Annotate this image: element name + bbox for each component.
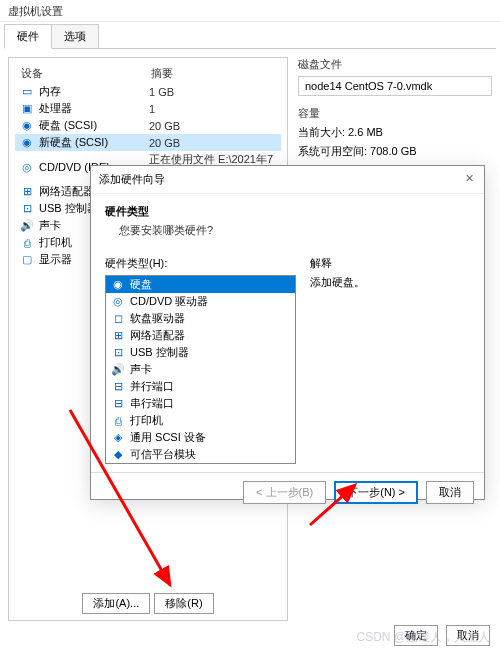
wizard-subheading: 您要安装哪类硬件?	[105, 223, 470, 238]
disk-icon: ◉	[110, 278, 126, 292]
scsi-icon: ◈	[110, 431, 126, 445]
usb-icon: ⊡	[19, 202, 35, 216]
sound-icon: 🔊	[19, 219, 35, 233]
net-icon: ⊞	[110, 329, 126, 343]
cpu-icon: ▣	[19, 102, 35, 116]
hw-item-9[interactable]: ◈通用 SCSI 设备	[106, 429, 295, 446]
hw-item-label: 通用 SCSI 设备	[130, 430, 206, 445]
hw-item-label: 声卡	[130, 362, 152, 377]
tab-options[interactable]: 选项	[51, 24, 99, 48]
disk-file-input[interactable]	[298, 76, 492, 96]
col-summary: 摘要	[151, 66, 275, 81]
wizard-title: 添加硬件向导	[99, 172, 165, 187]
window-title: 虚拟机设置	[0, 0, 500, 22]
capacity-label: 容量	[298, 106, 492, 121]
device-summary: 1	[149, 103, 277, 115]
cd-icon: ◎	[110, 295, 126, 309]
hw-item-2[interactable]: ◻软盘驱动器	[106, 310, 295, 327]
device-row-3[interactable]: ◉新硬盘 (SCSI)20 GB	[15, 134, 281, 151]
cd-icon: ◎	[19, 160, 35, 174]
usb-icon: ⊡	[110, 346, 126, 360]
hardware-type-list[interactable]: ◉硬盘◎CD/DVD 驱动器◻软盘驱动器⊞网络适配器⊡USB 控制器🔊声卡⊟并行…	[105, 275, 296, 464]
printer-icon: ⎙	[19, 236, 35, 250]
hw-item-label: CD/DVD 驱动器	[130, 294, 208, 309]
device-summary: 20 GB	[149, 137, 277, 149]
device-summary: 20 GB	[149, 120, 277, 132]
hw-item-10[interactable]: ◆可信平台模块	[106, 446, 295, 463]
device-name: 新硬盘 (SCSI)	[39, 135, 149, 150]
device-row-2[interactable]: ◉硬盘 (SCSI)20 GB	[15, 117, 281, 134]
remove-button[interactable]: 移除(R)	[154, 593, 213, 614]
tpm-icon: ◆	[110, 448, 126, 462]
hw-item-label: 可信平台模块	[130, 447, 196, 462]
display-icon: ▢	[19, 253, 35, 267]
hw-item-3[interactable]: ⊞网络适配器	[106, 327, 295, 344]
tab-hardware[interactable]: 硬件	[4, 24, 52, 49]
add-hardware-wizard: 添加硬件向导 ✕ 硬件类型 您要安装哪类硬件? 硬件类型(H): ◉硬盘◎CD/…	[90, 165, 485, 500]
disk-file-label: 磁盘文件	[298, 57, 492, 72]
device-name: 处理器	[39, 101, 149, 116]
hw-item-6[interactable]: ⊟并行端口	[106, 378, 295, 395]
hw-item-label: 打印机	[130, 413, 163, 428]
explain-text: 添加硬盘。	[310, 275, 470, 290]
floppy-icon: ◻	[110, 312, 126, 326]
col-device: 设备	[21, 66, 151, 81]
current-size: 当前大小: 2.6 MB	[298, 125, 492, 140]
device-row-1[interactable]: ▣处理器1	[15, 100, 281, 117]
add-button[interactable]: 添加(A)...	[82, 593, 150, 614]
main-tabs: 硬件 选项	[4, 24, 496, 49]
disk-icon: ◉	[19, 119, 35, 133]
device-summary: 1 GB	[149, 86, 277, 98]
sound-icon: 🔊	[110, 363, 126, 377]
hw-item-label: USB 控制器	[130, 345, 189, 360]
device-name: 硬盘 (SCSI)	[39, 118, 149, 133]
hw-item-label: 串行端口	[130, 396, 174, 411]
cancel-button[interactable]: 取消	[426, 481, 474, 504]
free-space: 系统可用空间: 708.0 GB	[298, 144, 492, 159]
printer-icon: ⎙	[110, 414, 126, 428]
explain-label: 解释	[310, 256, 470, 271]
wizard-heading: 硬件类型	[105, 204, 470, 219]
net-icon: ⊞	[19, 185, 35, 199]
hw-item-5[interactable]: 🔊声卡	[106, 361, 295, 378]
hw-item-7[interactable]: ⊟串行端口	[106, 395, 295, 412]
device-row-0[interactable]: ▭内存1 GB	[15, 83, 281, 100]
next-button[interactable]: 下一步(N) >	[334, 481, 418, 504]
hw-item-0[interactable]: ◉硬盘	[106, 276, 295, 293]
hw-item-label: 并行端口	[130, 379, 174, 394]
device-name: 内存	[39, 84, 149, 99]
hw-item-label: 网络适配器	[130, 328, 185, 343]
disk-icon: ◉	[19, 136, 35, 150]
hw-item-4[interactable]: ⊡USB 控制器	[106, 344, 295, 361]
back-button: < 上一步(B)	[243, 481, 326, 504]
hw-item-label: 硬盘	[130, 277, 152, 292]
memory-icon: ▭	[19, 85, 35, 99]
port-icon: ⊟	[110, 397, 126, 411]
hw-item-1[interactable]: ◎CD/DVD 驱动器	[106, 293, 295, 310]
close-icon[interactable]: ✕	[462, 172, 476, 187]
hw-item-8[interactable]: ⎙打印机	[106, 412, 295, 429]
hw-list-label: 硬件类型(H):	[105, 256, 296, 271]
watermark: CSDN @运维人，人上人	[356, 629, 490, 646]
port-icon: ⊟	[110, 380, 126, 394]
hw-item-label: 软盘驱动器	[130, 311, 185, 326]
